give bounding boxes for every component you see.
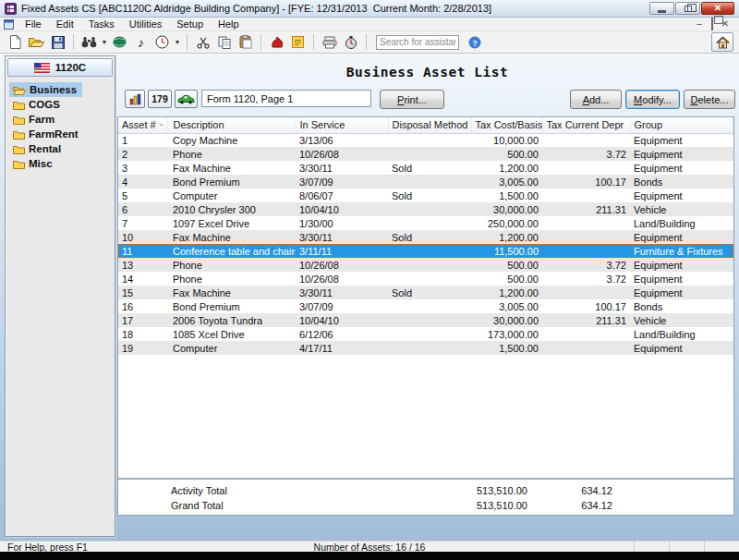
table-row[interactable]: 13Phone10/26/08500.003.72Equipment — [118, 258, 733, 272]
table-row[interactable]: 4Bond Premium3/07/093,005.00100.17Bonds — [118, 175, 733, 189]
cell-depr: 211.31 — [542, 202, 630, 216]
col-header-tax-current-depr[interactable]: Tax Current Depr — [542, 117, 630, 133]
col-header-asset[interactable]: Asset # — [118, 117, 167, 133]
col-header-group[interactable]: Group — [630, 117, 733, 133]
save-button[interactable] — [48, 33, 67, 52]
cell-depr — [542, 327, 630, 341]
child-restore-icon — [711, 18, 713, 30]
search-input[interactable] — [376, 35, 459, 50]
table-row[interactable]: 16Bond Premium3/07/093,005.00100.17Bonds — [118, 299, 733, 313]
cell-group: Equipment — [630, 286, 733, 299]
table-row[interactable]: 2Phone10/26/08500.003.72Equipment — [118, 147, 733, 161]
cell-description: Fax Machine — [167, 286, 296, 299]
copy-button[interactable] — [214, 33, 234, 52]
table-row[interactable]: 15Fax Machine3/30/11Sold1,200.00Equipmen… — [118, 286, 733, 299]
grand-total-cost: 513,510.00 — [477, 500, 527, 511]
cell-disposal — [388, 202, 471, 216]
sticky-note-button[interactable] — [288, 33, 308, 52]
cell-disposal: Sold — [388, 286, 471, 299]
col-header-disposal-method[interactable]: Disposal Method — [388, 117, 471, 133]
col-header-in-service[interactable]: In Service — [296, 117, 388, 133]
col-header-description[interactable]: Description — [167, 117, 296, 133]
restore-button[interactable] — [675, 2, 700, 15]
cell-cost: 11,500.00 — [471, 244, 542, 258]
section-179-button[interactable]: 179 — [148, 90, 172, 108]
cell-cost: 1,500.00 — [471, 341, 542, 355]
vehicle-icon — [177, 94, 195, 104]
child-restore-button[interactable] — [711, 18, 713, 30]
find-dropdown-icon[interactable]: ▼ — [101, 39, 108, 45]
menu-file[interactable]: File — [18, 18, 49, 30]
table-row[interactable]: 1Copy Machine3/13/0610,000.00Equipment — [118, 133, 733, 147]
table-row[interactable]: 10Fax Machine3/30/11Sold1,200.00Equipmen… — [118, 230, 733, 244]
child-minimize-button[interactable]: – — [693, 19, 706, 29]
copy-icon — [218, 36, 231, 49]
cell-group: Vehicle — [630, 313, 733, 327]
table-row[interactable]: 181085 Xcel Drive6/12/06173,000.00Land/B… — [118, 327, 733, 341]
sidebar-item-label: FarmRent — [29, 128, 79, 140]
menu-help[interactable]: Help — [211, 18, 247, 30]
timer-button[interactable] — [341, 33, 360, 52]
find-button[interactable] — [79, 33, 99, 52]
modify-button[interactable]: Modify... — [625, 90, 680, 109]
client-flag-button[interactable] — [267, 33, 286, 52]
print-toolbar-button[interactable] — [320, 33, 339, 52]
sticky-note-icon — [292, 36, 304, 48]
window-title: Fixed Assets CS [ABC1120C Aldridge Build… — [21, 3, 645, 14]
cut-button[interactable] — [193, 33, 212, 52]
sidebar-item-rental[interactable]: Rental — [9, 141, 67, 156]
sidebar-item-misc[interactable]: Misc — [9, 156, 58, 171]
add-button[interactable]: Add... — [570, 90, 622, 109]
red-bird-icon — [271, 36, 283, 49]
home-button[interactable] — [711, 32, 733, 52]
close-button[interactable]: ✕ — [701, 2, 734, 15]
history-button[interactable] — [152, 33, 172, 52]
menu-utilities[interactable]: Utilities — [122, 18, 169, 30]
cell-in-service: 3/07/09 — [296, 299, 388, 313]
sidebar-item-cogs[interactable]: COGS — [9, 97, 66, 112]
history-dropdown-icon[interactable]: ▼ — [174, 39, 181, 45]
table-row[interactable]: 62010 Chrysler 30010/04/1030,000.00211.3… — [118, 202, 733, 216]
delete-button[interactable]: Delete... — [684, 90, 735, 109]
table-row[interactable]: 172006 Toyota Tundra10/04/1030,000.00211… — [118, 313, 733, 327]
minimize-button[interactable] — [649, 2, 674, 15]
sidebar-item-farm[interactable]: Farm — [9, 112, 60, 127]
vehicle-button[interactable] — [175, 90, 198, 108]
chart-button[interactable] — [125, 90, 145, 108]
new-button[interactable] — [6, 33, 25, 52]
svg-text:?: ? — [472, 38, 478, 47]
cell-in-service: 3/11/11 — [296, 244, 388, 258]
col-header-tax-cost-basis[interactable]: Tax Cost/Basis — [471, 117, 542, 133]
globe-button[interactable] — [110, 33, 129, 52]
table-row[interactable]: 3Fax Machine3/30/11Sold1,200.00Equipment — [118, 161, 733, 175]
open-button[interactable] — [27, 33, 46, 52]
cell-description: Fax Machine — [167, 230, 296, 244]
form-display-field[interactable]: Form 1120, Page 1 — [201, 90, 371, 107]
table-row[interactable]: 5Computer8/06/07Sold1,500.00Equipment — [118, 189, 733, 202]
sidebar-item-business[interactable]: Business — [9, 82, 82, 97]
notes-button[interactable]: ♪ — [131, 33, 151, 52]
menu-bar: File Edit Tasks Utilities Setup Help – ✕ — [0, 18, 739, 31]
table-row[interactable]: 14Phone10/26/08500.003.72Equipment — [118, 272, 733, 286]
help-button[interactable]: ? — [465, 33, 484, 52]
cell-depr — [542, 244, 630, 258]
menu-tasks[interactable]: Tasks — [81, 18, 122, 30]
cell-group: Equipment — [630, 272, 733, 286]
table-row[interactable]: 71097 Excel Drive1/30/00250,000.00Land/B… — [118, 216, 733, 230]
cell-depr — [542, 286, 630, 299]
cell-description: Conference table and chairs — [167, 244, 296, 258]
table-row[interactable]: 19Computer4/17/111,500.00Equipment — [118, 341, 733, 355]
paste-button[interactable] — [236, 33, 255, 52]
table-row-selected[interactable]: 11Conference table and chairs3/11/1111,5… — [118, 244, 733, 258]
sidebar-item-farmrent[interactable]: FarmRent — [9, 127, 84, 141]
clock-icon — [155, 35, 169, 49]
main-panel: Business Asset List 179 Form 1120, Page … — [118, 54, 736, 541]
print-button[interactable]: Print... — [380, 90, 444, 109]
cell-depr — [542, 230, 630, 244]
cell-cost: 1,200.00 — [471, 286, 542, 299]
cell-disposal: Sold — [388, 161, 471, 175]
menu-edit[interactable]: Edit — [49, 18, 81, 30]
menu-setup[interactable]: Setup — [169, 18, 211, 30]
client-button[interactable]: 1120C — [7, 58, 113, 77]
home-icon — [716, 36, 730, 49]
